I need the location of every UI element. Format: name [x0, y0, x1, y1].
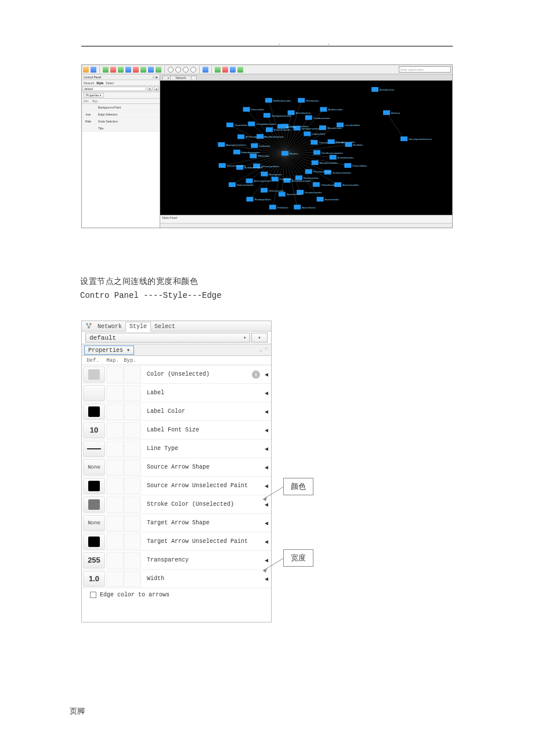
layout-icon[interactable]: [118, 67, 124, 73]
network-tree-icon[interactable]: [85, 322, 93, 330]
search-input[interactable]: Enter search term...: [399, 66, 451, 73]
prop-row-edge-selection[interactable]: trueEdge Selection: [82, 111, 160, 118]
new-network-icon[interactable]: [103, 67, 109, 73]
map-cell[interactable]: [106, 459, 124, 476]
map-cell[interactable]: [106, 385, 124, 401]
property-row[interactable]: Color (Unselected)i◀: [82, 365, 271, 384]
property-row[interactable]: Target Arrow Unselected Paint◀: [82, 532, 271, 551]
property-row[interactable]: 255Transparency◀: [82, 551, 271, 570]
style-overflow-button[interactable]: ◂: [154, 87, 159, 91]
style-dropdown[interactable]: default▾: [85, 333, 250, 343]
map-cell[interactable]: [106, 366, 124, 383]
tab-network[interactable]: Network: [84, 81, 94, 85]
prop-row-background-paint[interactable]: Background Paint: [82, 104, 160, 111]
map-cell[interactable]: [106, 422, 124, 438]
help-icon[interactable]: [215, 67, 221, 73]
def-cell[interactable]: [83, 478, 105, 494]
tab-select[interactable]: Select: [151, 322, 179, 331]
byp-cell[interactable]: [124, 459, 141, 476]
apps-icon[interactable]: [203, 67, 208, 73]
tab-style[interactable]: Style: [96, 81, 103, 85]
property-row[interactable]: Line Type◀: [82, 440, 271, 458]
map-cell[interactable]: [106, 441, 124, 457]
zoom-out-icon[interactable]: [175, 67, 181, 73]
def-cell[interactable]: 1.0: [83, 571, 105, 587]
byp-cell[interactable]: [124, 552, 141, 568]
prop-row-node-selection[interactable]: HideNode Selection: [82, 118, 160, 125]
byp-cell[interactable]: [124, 366, 141, 383]
property-row[interactable]: Label◀: [82, 384, 271, 402]
style-menu-button[interactable]: ▾: [147, 87, 153, 91]
property-row[interactable]: Stroke Color (Unselected)◀: [82, 495, 271, 514]
tab-select[interactable]: Select: [106, 81, 114, 85]
map-cell[interactable]: [106, 552, 124, 568]
def-cell[interactable]: 255: [83, 552, 105, 568]
def-cell[interactable]: [83, 496, 105, 513]
byp-cell[interactable]: [124, 441, 141, 457]
def-cell[interactable]: [83, 534, 105, 550]
style-dropdown[interactable]: default: [82, 87, 146, 91]
show-all-icon[interactable]: [156, 67, 161, 73]
style-menu-button[interactable]: ▾: [251, 333, 268, 343]
def-cell[interactable]: [83, 404, 105, 420]
properties-dropdown[interactable]: Properties ▾: [84, 93, 104, 98]
subtab-byp[interactable]: Byp.: [92, 99, 98, 103]
byp-cell[interactable]: [124, 534, 141, 550]
property-row[interactable]: NoneSource Arrow Shape◀: [82, 458, 271, 477]
def-cell[interactable]: None: [83, 515, 105, 531]
network-tab[interactable]: ▸ Network: [163, 75, 197, 80]
expand-arrow-icon[interactable]: ◀: [262, 427, 271, 434]
tab-style[interactable]: Style: [125, 322, 151, 332]
minimize-maximize-icons[interactable]: □ ■: [153, 75, 158, 79]
expand-arrow-icon[interactable]: ◀: [262, 445, 271, 452]
first-neighbors-icon[interactable]: [140, 67, 146, 73]
byp-cell[interactable]: [124, 404, 141, 420]
network-canvas[interactable]: CorynebacterialesActinobacteriaRickettsi…: [160, 81, 452, 215]
destroy-network-icon[interactable]: [110, 67, 116, 73]
expand-all-icon[interactable]: ⌄: [259, 347, 262, 353]
def-cell[interactable]: [83, 366, 105, 383]
property-row[interactable]: Source Arrow Unselected Paint◀: [82, 477, 271, 495]
map-cell[interactable]: [106, 534, 124, 550]
save-icon[interactable]: [91, 67, 96, 73]
expand-arrow-icon[interactable]: ◀: [262, 538, 271, 545]
prop-row-title[interactable]: Title: [82, 125, 160, 132]
tab-network[interactable]: Network: [94, 322, 125, 331]
byp-cell[interactable]: [124, 571, 141, 587]
link-icon[interactable]: [222, 67, 228, 73]
map-cell[interactable]: [106, 571, 124, 587]
def-cell[interactable]: [83, 441, 105, 457]
expand-arrow-icon[interactable]: ◀: [262, 390, 271, 397]
expand-arrow-icon[interactable]: ◀: [262, 371, 271, 378]
byp-cell[interactable]: [124, 496, 141, 513]
map-cell[interactable]: [106, 404, 124, 420]
export-icon[interactable]: [125, 67, 131, 73]
expand-arrow-icon[interactable]: ◀: [262, 520, 271, 527]
expand-arrow-icon[interactable]: ◀: [262, 575, 271, 582]
snapshot-icon[interactable]: [230, 67, 236, 73]
def-cell[interactable]: None: [83, 459, 105, 476]
map-cell[interactable]: [106, 478, 124, 494]
info-icon[interactable]: i: [252, 370, 260, 379]
map-cell[interactable]: [106, 496, 124, 513]
subtab-def[interactable]: Def.: [84, 99, 89, 103]
refresh-icon[interactable]: [237, 67, 243, 73]
zoom-in-icon[interactable]: [168, 67, 174, 73]
edge-color-to-arrows-checkbox[interactable]: [90, 592, 96, 598]
def-cell[interactable]: [83, 385, 105, 401]
filter-icon[interactable]: [133, 67, 139, 73]
property-row[interactable]: 10Label Font Size◀: [82, 421, 271, 440]
properties-dropdown[interactable]: Properties ▾: [84, 345, 134, 355]
byp-cell[interactable]: [124, 422, 141, 438]
zoom-fit-icon[interactable]: [183, 67, 189, 73]
hide-icon[interactable]: [148, 67, 154, 73]
byp-cell[interactable]: [124, 385, 141, 401]
zoom-select-icon[interactable]: [190, 67, 196, 73]
open-icon[interactable]: [83, 67, 89, 73]
def-cell[interactable]: 10: [83, 422, 105, 438]
expand-arrow-icon[interactable]: ◀: [262, 464, 271, 471]
property-row[interactable]: 1.0Width◀: [82, 570, 271, 588]
byp-cell[interactable]: [124, 515, 141, 531]
byp-cell[interactable]: [124, 478, 141, 494]
property-row[interactable]: NoneTarget Arrow Shape◀: [82, 514, 271, 532]
